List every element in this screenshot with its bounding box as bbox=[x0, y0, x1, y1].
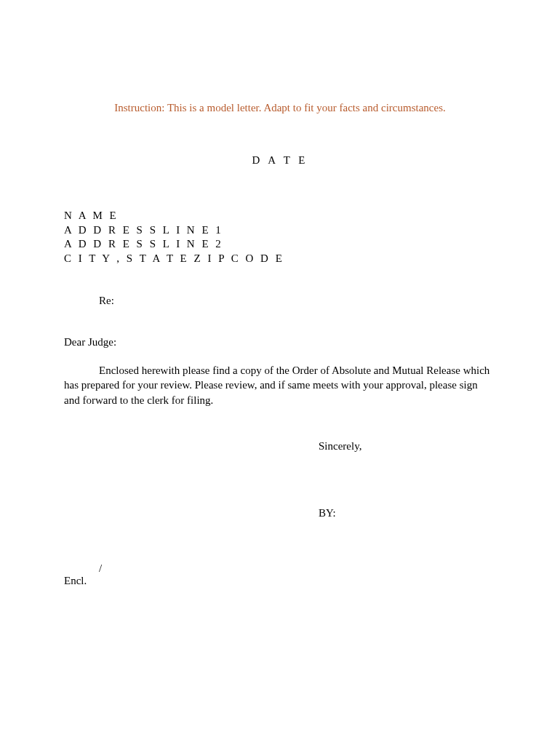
city-state-zip: C I T Y , S T A T E Z I P C O D E bbox=[64, 252, 496, 266]
re-line: Re: bbox=[64, 295, 496, 307]
closing: Sincerely, bbox=[64, 440, 496, 453]
letter-page: Instruction: This is a model letter. Ada… bbox=[0, 0, 560, 587]
slash-mark: / bbox=[64, 562, 496, 575]
letter-body: Enclosed herewith please find a copy of … bbox=[64, 363, 496, 407]
enclosure-label: Encl. bbox=[64, 575, 496, 587]
instruction-text: Instruction: This is a model letter. Ada… bbox=[64, 102, 496, 114]
address-block: N A M E A D D R E S S L I N E 1 A D D R … bbox=[64, 209, 496, 266]
address-line-1: A D D R E S S L I N E 1 bbox=[64, 223, 496, 238]
by-line: BY: bbox=[64, 507, 496, 519]
salutation: Dear Judge: bbox=[64, 336, 496, 348]
date-placeholder: D A T E bbox=[64, 154, 496, 167]
body-content: Enclosed herewith please find a copy of … bbox=[64, 364, 489, 406]
recipient-name: N A M E bbox=[64, 209, 496, 223]
address-line-2: A D D R E S S L I N E 2 bbox=[64, 237, 496, 252]
